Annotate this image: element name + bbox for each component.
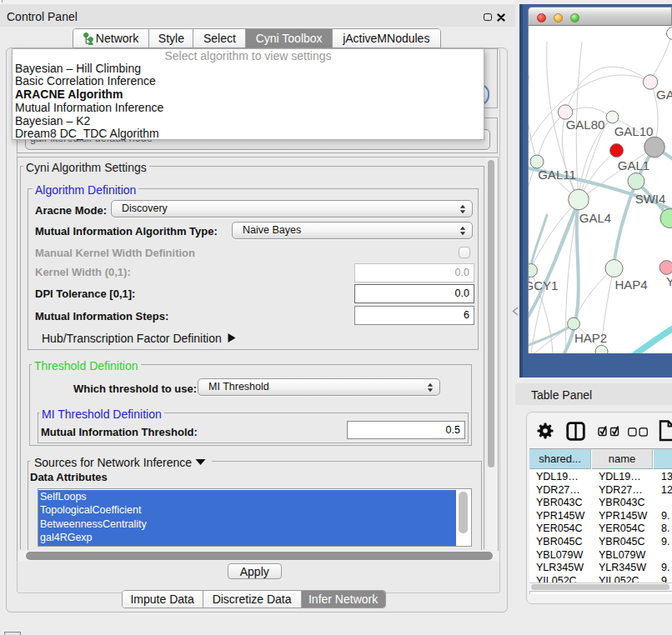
- svg-text:HAP4: HAP4: [614, 278, 647, 292]
- svg-text:Y: Y: [666, 274, 672, 288]
- svg-text:GAL80: GAL80: [566, 118, 605, 132]
- svg-text:GAL10: GAL10: [614, 124, 654, 138]
- svg-text:GCY1: GCY1: [529, 278, 558, 292]
- svg-text:GAL11: GAL11: [538, 168, 576, 182]
- svg-text:GAL7: GAL7: [656, 88, 672, 102]
- svg-text:HAP2: HAP2: [574, 331, 607, 345]
- svg-text:SWI4: SWI4: [635, 192, 666, 206]
- svg-text:GAL1: GAL1: [618, 158, 649, 172]
- svg-text:GAL4: GAL4: [579, 211, 611, 225]
